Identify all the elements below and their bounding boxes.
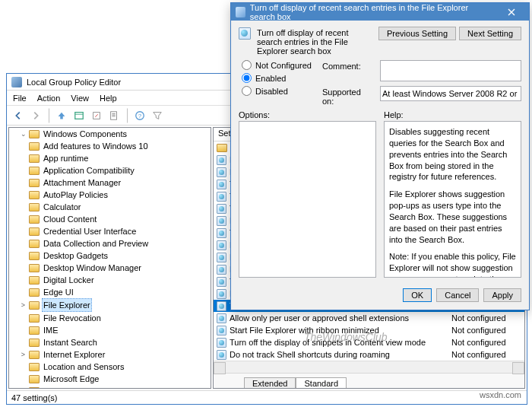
tree-item[interactable]: Edge UI [20, 286, 211, 298]
dlg-icon [236, 7, 245, 17]
expand-icon[interactable] [20, 216, 27, 223]
folder-icon [29, 203, 40, 211]
tree-item[interactable]: AutoPlay Policies [20, 189, 211, 201]
folder-icon [29, 240, 40, 248]
expand-icon[interactable] [20, 167, 27, 174]
expand-icon[interactable] [20, 376, 27, 383]
expand-icon[interactable] [20, 388, 27, 390]
policy-icon [239, 27, 251, 40]
setting-icon [217, 277, 226, 287]
comment-field[interactable] [380, 60, 521, 81]
menu-file[interactable]: File [13, 94, 27, 103]
tree-item[interactable]: Add features to Windows 10 [20, 140, 211, 152]
nav-tree[interactable]: ⌄ Windows Components Add features to Win… [8, 127, 211, 389]
setting-icon [217, 216, 226, 226]
setting-icon [217, 167, 226, 177]
supported-field [380, 86, 521, 101]
tb-sep2 [123, 108, 128, 123]
expand-icon[interactable] [20, 327, 27, 334]
tb-up-icon[interactable] [53, 108, 70, 123]
setting-row[interactable]: Allow only per user or approved shell ex… [214, 312, 524, 324]
setting-icon [217, 265, 226, 275]
expand-icon[interactable] [20, 339, 27, 346]
help-label: Help: [384, 110, 521, 119]
expand-icon[interactable] [20, 277, 27, 284]
apply-button[interactable]: Apply [483, 288, 521, 302]
expand-icon[interactable] [20, 155, 27, 162]
radio-not-configured[interactable]: Not Configured [242, 60, 312, 70]
tab-extended[interactable]: Extended [244, 377, 296, 389]
tree-item[interactable]: IME [20, 324, 211, 336]
tree-item[interactable]: Digital Locker [20, 274, 211, 286]
gpe-title-text: Local Group Policy Editor [27, 78, 121, 87]
expand-icon[interactable] [20, 315, 27, 322]
options-box[interactable] [239, 121, 376, 278]
setting-icon [217, 240, 226, 250]
tree-item[interactable]: Credential User Interface [20, 225, 211, 237]
setting-row[interactable]: Do not track Shell shortcuts during roam… [214, 348, 524, 361]
expand-icon[interactable] [20, 240, 27, 247]
setting-icon [217, 228, 226, 238]
tb-back-icon[interactable] [10, 108, 27, 123]
svg-text:?: ? [138, 112, 142, 119]
expand-icon[interactable] [20, 180, 27, 186]
tree-item[interactable]: Data Collection and Preview [20, 237, 211, 250]
expand-icon[interactable] [20, 204, 27, 211]
tree-item[interactable]: Microsoft Edge [20, 373, 211, 385]
tree-item[interactable]: Cloud Content [20, 213, 211, 225]
help-box[interactable]: Disables suggesting recent queries for t… [384, 121, 521, 278]
folder-icon [29, 288, 40, 297]
setting-icon [217, 289, 226, 299]
radio-enabled[interactable]: Enabled [242, 73, 312, 83]
tab-standard[interactable]: Standard [296, 377, 347, 389]
expand-icon[interactable] [20, 228, 27, 235]
gpe-app-icon [11, 77, 22, 87]
radio-disabled[interactable]: Disabled [242, 86, 312, 96]
tree-item[interactable]: >File Explorer [20, 298, 211, 312]
options-label: Options: [239, 110, 376, 119]
tree-item[interactable]: Application Compatibility [20, 164, 211, 176]
next-setting-button[interactable]: Next Setting [459, 27, 521, 40]
tb-fwd-icon[interactable] [27, 108, 44, 123]
expand-icon[interactable] [20, 265, 27, 272]
tree-item[interactable]: Desktop Window Manager [20, 262, 211, 274]
previous-setting-button[interactable]: Previous Setting [378, 27, 456, 40]
folder-icon [29, 363, 40, 371]
tree-item[interactable]: Desktop Gadgets [20, 250, 211, 262]
folder-icon [29, 130, 40, 138]
list-tabs: Extended Standard [214, 373, 524, 388]
tb-show-icon[interactable] [71, 108, 87, 123]
expand-icon[interactable]: > [20, 351, 27, 358]
tree-item[interactable]: >Internet Explorer [20, 348, 211, 361]
collapse-icon[interactable]: ⌄ [20, 131, 27, 138]
tb-export-icon[interactable] [88, 108, 105, 123]
tb-props-icon[interactable] [106, 108, 122, 123]
folder-icon [29, 167, 40, 175]
dlg-titlebar[interactable]: Turn off display of recent search entrie… [231, 3, 529, 21]
tree-item[interactable]: Attachment Manager [20, 176, 211, 189]
expand-icon[interactable] [20, 192, 27, 199]
expand-icon[interactable] [20, 364, 27, 370]
tb-filter-icon[interactable] [149, 108, 166, 123]
menu-view[interactable]: View [71, 94, 89, 103]
expand-icon[interactable] [20, 143, 27, 150]
expand-icon[interactable]: > [20, 302, 27, 309]
tb-help-icon[interactable]: ? [131, 108, 148, 123]
h-scrollbar[interactable] [214, 361, 524, 373]
tree-root[interactable]: ⌄ Windows Components [20, 128, 211, 140]
close-icon[interactable] [498, 3, 524, 21]
cancel-button[interactable]: Cancel [436, 288, 479, 302]
expand-icon[interactable] [20, 253, 27, 259]
tree-item[interactable]: Instant Search [20, 336, 211, 348]
tree-item[interactable]: File Revocation [20, 312, 211, 324]
tree-item[interactable]: Calculator [20, 201, 211, 213]
expand-icon[interactable] [20, 289, 27, 296]
watermark-corner: wsxdn.com [480, 390, 521, 399]
folder-icon [29, 154, 40, 163]
tree-item[interactable]: Location and Sensors [20, 361, 211, 373]
ok-button[interactable]: OK [403, 288, 432, 302]
tree-item[interactable]: App runtime [20, 152, 211, 164]
tree-item[interactable]: Microsoft Management Co [20, 385, 211, 389]
menu-help[interactable]: Help [100, 94, 117, 103]
menu-action[interactable]: Action [37, 94, 61, 103]
